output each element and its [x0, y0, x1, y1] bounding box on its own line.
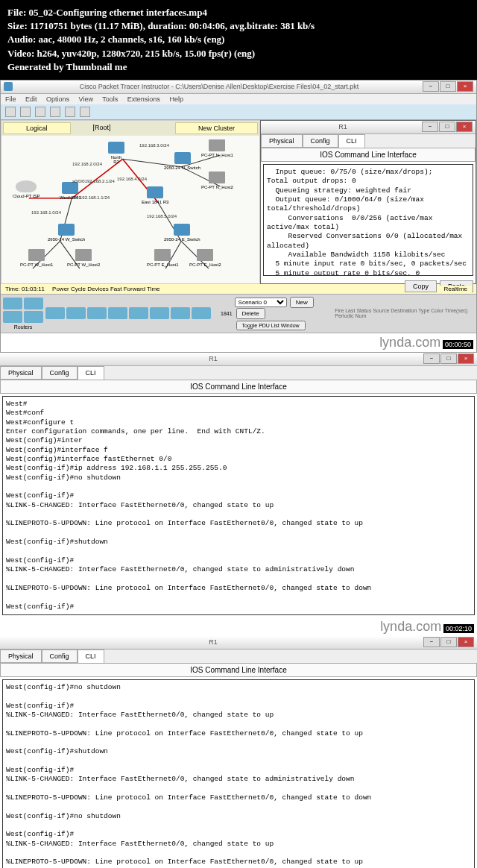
toolbar-icon[interactable]	[50, 107, 60, 117]
device-model-icon[interactable]	[171, 307, 190, 319]
tab-config[interactable]: Config	[42, 650, 78, 663]
new-scenario-button[interactable]: New	[290, 297, 314, 308]
menu-bar: File Edit Options View Tools Extensions …	[1, 94, 476, 104]
node-e-host2[interactable]: PC-PT E_Host2	[189, 249, 221, 267]
file-video: Video: h264, yuv420p, 1280x720, 215 kb/s…	[7, 47, 470, 60]
device-model-icon[interactable]	[192, 307, 211, 319]
menu-extensions[interactable]: Extensions	[127, 95, 160, 103]
node-north-router[interactable]: NorthR2	[108, 142, 124, 164]
lynda-com: .com	[412, 619, 441, 634]
menu-help[interactable]: Help	[169, 95, 183, 103]
node-cloud-isp[interactable]: Cloud-PT ISP	[13, 180, 40, 198]
ip-label: 192.168.5.0/24	[147, 214, 177, 218]
minimize-button[interactable]: −	[423, 353, 440, 364]
lynda-logo: lynda	[380, 619, 412, 634]
menu-edit[interactable]: Edit	[25, 95, 37, 103]
power-cycle-button[interactable]: Power Cycle Devices Fast Forward Time	[52, 286, 159, 292]
device-category-icon[interactable]	[24, 311, 43, 323]
ip-label: fa0/0 192.168.1.1/24	[69, 195, 110, 200]
routers-label: Routers	[3, 324, 43, 330]
node-n-host2[interactable]: PC-PT N_Host2	[201, 172, 233, 189]
node-e-switch[interactable]: 2950-24 E_Switch	[164, 224, 200, 242]
r1-maximize[interactable]: □	[439, 122, 455, 132]
close-button[interactable]: ×	[458, 637, 474, 647]
cli-output-3[interactable]: West(config-if)#no shutdown West(config-…	[2, 679, 475, 868]
minimize-button[interactable]: −	[423, 81, 439, 92]
toolbar-icon[interactable]	[35, 107, 45, 117]
tab-cli[interactable]: CLI	[78, 366, 104, 380]
close-button[interactable]: ×	[458, 353, 474, 364]
topology-canvas[interactable]: Logical [Root] New Cluster Cloud-PT ISP …	[1, 120, 260, 284]
device-category-icon[interactable]	[24, 298, 43, 309]
tab-physical[interactable]: Physical	[0, 366, 42, 380]
timestamp-1: 00:00:50	[443, 340, 473, 349]
menu-file[interactable]: File	[5, 95, 16, 103]
device-category-icon[interactable]	[3, 298, 22, 309]
tab-physical[interactable]: Physical	[0, 650, 42, 663]
node-e-host1[interactable]: PC-PT E_Host1	[147, 249, 179, 267]
sim-time: Time: 01:03:11	[5, 286, 45, 292]
tab-physical[interactable]: Physical	[261, 134, 303, 148]
menu-options[interactable]: Options	[46, 95, 69, 103]
toggle-pdu-button[interactable]: Toggle PDU List Window	[236, 321, 306, 330]
device-model-icon[interactable]	[150, 307, 169, 319]
new-cluster-button[interactable]: New Cluster	[175, 122, 258, 134]
tab-config[interactable]: Config	[42, 366, 78, 380]
tab-cli[interactable]: CLI	[78, 650, 104, 663]
toolbar-icon[interactable]	[20, 107, 31, 117]
tab-config[interactable]: Config	[303, 134, 338, 148]
r1-cli-window: R1 − □ × Physical Config CLI IOS Command…	[260, 120, 476, 284]
minimize-button[interactable]: −	[423, 637, 440, 647]
window-title: Cisco Packet Tracer Instructor - C:\User…	[16, 83, 423, 90]
maximize-button[interactable]: □	[440, 81, 456, 92]
timestamp-2: 00:02:10	[443, 624, 474, 633]
model-label: 1841	[221, 311, 233, 316]
maximize-button[interactable]: □	[440, 637, 457, 647]
r1-title: R1	[264, 123, 422, 130]
ip-label: 192.168.1.0/24	[31, 210, 61, 215]
menu-tools[interactable]: Tools	[102, 95, 118, 103]
tab-cli[interactable]: CLI	[338, 134, 365, 148]
root-breadcrumb[interactable]: [Root]	[71, 122, 133, 134]
device-model-icon[interactable]	[45, 307, 65, 319]
logical-tab[interactable]: Logical	[3, 122, 71, 134]
menu-view[interactable]: View	[79, 95, 93, 103]
node-w-host2[interactable]: PC-PT W_Host2	[67, 249, 100, 267]
ip-label: 192.168.2.0/24	[72, 162, 102, 166]
cli-heading: IOS Command Line Interface	[0, 380, 477, 394]
r1-minimize[interactable]: −	[422, 122, 438, 132]
cli-heading: IOS Command Line Interface	[0, 663, 477, 677]
r1-tabs: Physical Config CLI	[261, 134, 476, 148]
node-n-host1[interactable]: PC-PT N_Host1	[201, 139, 233, 157]
r1-title-2: R1	[3, 355, 423, 362]
device-model-icon[interactable]	[66, 307, 86, 319]
packet-tracer-window: Cisco Packet Tracer Instructor - C:\User…	[0, 80, 477, 353]
cli-output[interactable]: Input queue: 0/75/0 (size/max/drops); To…	[263, 164, 473, 276]
device-model-icon[interactable]	[108, 307, 127, 319]
scenario-select[interactable]: Scenario 0	[235, 298, 287, 307]
main-toolbar	[1, 104, 476, 120]
cli-window-3: R1 − □ × Physical Config CLI IOS Command…	[0, 636, 477, 868]
r1-close[interactable]: ×	[456, 122, 473, 132]
toolbar-icon[interactable]	[5, 107, 16, 117]
toolbar-icon[interactable]	[80, 107, 90, 117]
node-east-router[interactable]: East 1841 R3	[142, 186, 168, 204]
delete-scenario-button[interactable]: Delete	[236, 308, 265, 319]
node-w-switch[interactable]: 2950-24 W_Switch	[48, 224, 85, 242]
close-button[interactable]: ×	[457, 81, 473, 92]
realtime-tab[interactable]: Realtime	[439, 286, 472, 292]
copy-button[interactable]: Copy	[405, 280, 437, 292]
device-model-icon[interactable]	[87, 307, 107, 319]
file-audio: Audio: aac, 48000 Hz, 2 channels, s16, 1…	[7, 33, 470, 46]
cli-output-2[interactable]: West# West#conf West#configure t Enter c…	[2, 396, 475, 615]
file-size: Size: 11710751 bytes (11.17 MiB), durati…	[7, 19, 470, 33]
toolbar-icon[interactable]	[65, 107, 75, 117]
app-icon-pt	[4, 82, 13, 91]
device-category-icon[interactable]	[3, 311, 22, 323]
device-model-icon[interactable]	[129, 307, 148, 319]
node-w-host1[interactable]: PC-PT W_Host1	[20, 249, 53, 267]
node-n-switch[interactable]: 2950-24 N_Switch	[164, 152, 200, 170]
ip-label: a0/0/0192.168.2.1/24	[72, 179, 115, 183]
lynda-com: .com	[411, 335, 440, 350]
maximize-button[interactable]: □	[440, 353, 457, 364]
